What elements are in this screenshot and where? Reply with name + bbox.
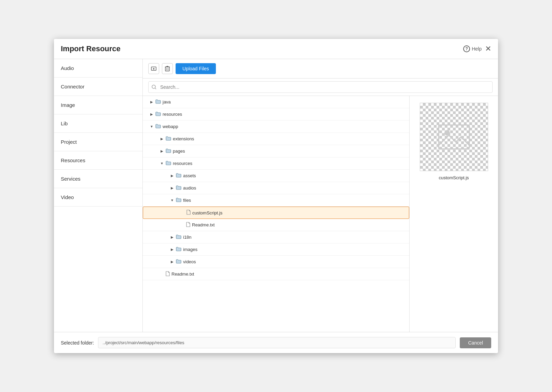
tree-row[interactable]: ▶images bbox=[143, 243, 409, 256]
tree-row-inner: ▶i18n bbox=[143, 235, 192, 240]
sidebar-item-lib[interactable]: Lib bbox=[54, 114, 142, 133]
tree-row-inner: ▼resources bbox=[143, 161, 192, 166]
folder-icon bbox=[155, 124, 161, 129]
tree-row[interactable]: ▶java bbox=[143, 96, 409, 108]
tree-row[interactable]: ▼files bbox=[143, 194, 409, 207]
sidebar-item-connector[interactable]: Connector bbox=[54, 78, 142, 96]
sidebar-item-audio[interactable]: Audio bbox=[54, 59, 142, 78]
search-input[interactable] bbox=[148, 81, 493, 93]
folder-icon bbox=[176, 173, 181, 179]
tree-row[interactable]: ▶audios bbox=[143, 182, 409, 194]
chevron-icon: ▶ bbox=[170, 235, 174, 239]
selected-folder-input[interactable] bbox=[98, 337, 456, 348]
search-bar bbox=[143, 79, 498, 96]
svg-rect-3 bbox=[165, 67, 169, 71]
item-name: images bbox=[183, 247, 197, 252]
chevron-icon: ▶ bbox=[170, 174, 174, 178]
help-label: Help bbox=[472, 46, 482, 52]
tree-row-inner: ▼files bbox=[143, 198, 191, 203]
folder-icon bbox=[166, 149, 171, 154]
svg-line-11 bbox=[155, 88, 156, 89]
tree-row-inner: Readme.txt bbox=[143, 271, 194, 277]
item-name: i18n bbox=[183, 235, 192, 240]
tree-row[interactable]: ▶i18n bbox=[143, 231, 409, 243]
file-tree: ▶java▶resources▼webapp▶extensions▶pages▼… bbox=[143, 96, 409, 332]
folder-icon bbox=[176, 259, 181, 265]
search-input-wrap bbox=[148, 81, 493, 93]
tree-row[interactable]: ▶videos bbox=[143, 256, 409, 268]
item-name: assets bbox=[183, 173, 196, 178]
item-name: resources bbox=[163, 112, 182, 117]
folder-icon bbox=[176, 185, 181, 191]
import-resource-dialog: Import Resource ? Help ✕ AudioConnectorI… bbox=[54, 39, 498, 353]
tree-row[interactable]: Readme.txt bbox=[143, 268, 409, 280]
item-name: webapp bbox=[163, 124, 178, 129]
tree-row-inner: ▶pages bbox=[143, 149, 185, 154]
sidebar-item-resources[interactable]: Resources bbox=[54, 151, 142, 170]
item-name: customScript.js bbox=[192, 210, 222, 215]
sidebar-item-project[interactable]: Project bbox=[54, 133, 142, 151]
folder-icon bbox=[155, 99, 161, 105]
checkerboard-bg bbox=[420, 103, 488, 171]
folder-icon bbox=[176, 247, 181, 252]
tree-row-inner: ▶resources bbox=[143, 112, 182, 117]
dialog-header: Import Resource ? Help ✕ bbox=[54, 39, 498, 59]
tree-row[interactable]: ▶assets bbox=[143, 170, 409, 182]
preview-image bbox=[420, 103, 488, 171]
folder-icon bbox=[155, 112, 161, 117]
chevron-icon: ▶ bbox=[170, 186, 174, 190]
tree-row-inner: ▶java bbox=[143, 99, 171, 105]
file-icon bbox=[187, 210, 191, 216]
header-actions: ? Help ✕ bbox=[463, 45, 491, 53]
item-name: Readme.txt bbox=[171, 271, 194, 277]
dialog-footer: Selected folder: Cancel bbox=[54, 332, 498, 353]
item-name: resources bbox=[173, 161, 192, 166]
dialog-body: AudioConnectorImageLibProjectResourcesSe… bbox=[54, 59, 498, 332]
chevron-icon: ▶ bbox=[160, 137, 164, 141]
tree-row-inner: ▶assets bbox=[143, 173, 196, 179]
tree-row[interactable]: ▶extensions bbox=[143, 133, 409, 145]
svg-point-10 bbox=[152, 85, 155, 88]
file-tree-and-preview: ▶java▶resources▼webapp▶extensions▶pages▼… bbox=[143, 96, 498, 332]
chevron-icon: ▶ bbox=[160, 149, 164, 153]
chevron-icon: ▼ bbox=[160, 162, 164, 165]
search-icon bbox=[152, 85, 156, 89]
preview-panel: customScript.js bbox=[409, 96, 498, 332]
trash-icon bbox=[165, 66, 170, 71]
tree-row[interactable]: ▼resources bbox=[143, 157, 409, 170]
sidebar-item-video[interactable]: Video bbox=[54, 188, 142, 207]
tree-row[interactable]: ▼webapp bbox=[143, 121, 409, 133]
item-name: extensions bbox=[173, 136, 194, 141]
chevron-icon: ▶ bbox=[170, 260, 174, 264]
help-button[interactable]: ? Help bbox=[463, 45, 482, 52]
chevron-icon: ▶ bbox=[170, 248, 174, 251]
tree-row[interactable]: ▶pages bbox=[143, 145, 409, 157]
tree-row[interactable]: ▶resources bbox=[143, 108, 409, 121]
image-placeholder-icon bbox=[437, 123, 471, 151]
tree-row-inner: ▶videos bbox=[143, 259, 196, 265]
tree-row-inner: ▼webapp bbox=[143, 124, 178, 129]
item-name: java bbox=[163, 99, 171, 104]
tree-row[interactable]: Readme.txt bbox=[143, 219, 409, 231]
delete-button[interactable] bbox=[162, 63, 173, 74]
tree-row-inner: Readme.txt bbox=[143, 222, 215, 228]
add-folder-button[interactable] bbox=[148, 63, 159, 74]
tree-row-inner: ▶audios bbox=[143, 185, 196, 191]
item-name: videos bbox=[183, 259, 196, 264]
chevron-icon: ▶ bbox=[150, 112, 154, 116]
tree-row[interactable]: customScript.js bbox=[143, 207, 409, 219]
sidebar-item-image[interactable]: Image bbox=[54, 96, 142, 114]
close-button[interactable]: ✕ bbox=[485, 45, 491, 53]
tree-row-inner: customScript.js bbox=[143, 210, 222, 216]
sidebar-item-services[interactable]: Services bbox=[54, 170, 142, 188]
chevron-icon: ▼ bbox=[150, 125, 154, 128]
item-name: audios bbox=[183, 185, 196, 191]
help-circle-icon: ? bbox=[463, 45, 470, 52]
item-name: Readme.txt bbox=[192, 222, 215, 227]
dialog-title: Import Resource bbox=[61, 44, 463, 53]
cancel-button[interactable]: Cancel bbox=[460, 337, 491, 348]
tree-row-inner: ▶images bbox=[143, 247, 197, 252]
main-content: Upload Files ▶java▶resources▼webapp▶exte… bbox=[143, 59, 498, 332]
chevron-icon: ▼ bbox=[170, 198, 174, 202]
upload-files-button[interactable]: Upload Files bbox=[176, 63, 216, 74]
